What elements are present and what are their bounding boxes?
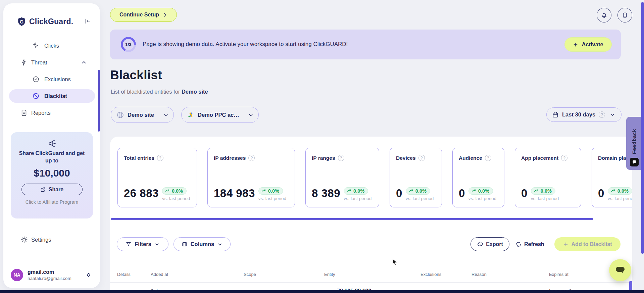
stat-label: App placement [521, 155, 558, 161]
plus-icon [573, 42, 578, 47]
ppc-account-selector[interactable]: Demo PPC ac… [181, 107, 259, 123]
stat-vs-label: vs. last period [344, 196, 371, 202]
column-header-reason[interactable]: Reason [472, 272, 487, 277]
promo-caption: Click to Affiliate Program [11, 199, 93, 205]
chevron-up-icon[interactable] [81, 59, 87, 65]
stat-card-devices: Devices? 0 0.0% vs. last period [390, 148, 442, 207]
affiliate-promo-card[interactable]: Share ClickGuard and get up to $10,000 S… [11, 132, 93, 218]
chat-launcher-button[interactable] [609, 259, 631, 281]
help-icon[interactable]: ? [599, 111, 605, 118]
continue-setup-button[interactable]: Continue Setup [110, 8, 177, 22]
chevron-down-icon [217, 242, 222, 247]
column-header-entity[interactable]: Entity [324, 272, 335, 277]
sidebar-item-clicks[interactable]: Clicks [3, 39, 94, 52]
stat-delta: 0.0% [541, 188, 552, 194]
external-link-icon [40, 187, 46, 192]
brand-name: ClickGuard. [29, 17, 73, 26]
add-to-blacklist-button[interactable]: Add to Blacklist [554, 237, 621, 251]
sidebar-item-threat[interactable]: Threat [3, 56, 94, 69]
globe-icon [116, 111, 124, 119]
stat-value: 0 [459, 187, 465, 200]
help-icon[interactable]: ? [418, 155, 425, 161]
sidebar-item-label: Blacklist [44, 93, 67, 99]
column-header-exclusions[interactable]: Exclusions [420, 272, 441, 277]
share-button-label: Share [49, 187, 63, 193]
feedback-label: Feedback [631, 129, 637, 154]
filters-label: Filters [135, 241, 151, 247]
sidebar-item-settings[interactable]: Settings [3, 233, 94, 246]
trend-up-icon [534, 188, 539, 193]
page-title: Blacklist [110, 68, 162, 82]
sidebar-item-reports[interactable]: Reports [3, 106, 94, 119]
notifications-button[interactable] [597, 8, 611, 22]
ppc-account-value: Demo PPC ac… [198, 112, 239, 118]
stat-vs-label: vs. last period [608, 196, 632, 202]
feedback-widget-icon [630, 158, 639, 166]
sidebar-divider [9, 257, 94, 257]
refresh-label: Refresh [524, 241, 544, 247]
calendar-icon [552, 111, 559, 118]
trend-up-icon [409, 188, 414, 193]
help-icon[interactable]: ? [561, 155, 567, 161]
stat-delta: 0.0% [415, 188, 427, 194]
site-selector-value: Demo site [128, 112, 154, 118]
columns-icon [182, 241, 188, 247]
column-header-expires-at[interactable]: Expires at [549, 272, 568, 277]
cards-horizontal-scrollbar[interactable] [111, 218, 593, 220]
column-header-added-at[interactable]: Added at [151, 272, 168, 277]
stat-vs-label: vs. last period [162, 196, 190, 202]
date-range-value: Last 30 days [562, 111, 595, 118]
filters-button[interactable]: Filters [117, 237, 168, 251]
export-button[interactable]: Export [470, 237, 509, 251]
chevron-up-down-icon [86, 272, 91, 278]
stat-value: 26 883 [124, 187, 159, 200]
sidebar: G ClickGuard. Clicks Threat [3, 3, 100, 288]
workspace-switcher[interactable]: NA gmail.com naatali.ro@gmail.com [11, 265, 93, 285]
table-header-divider [110, 282, 632, 283]
sidebar-item-label: Exclusions [44, 76, 71, 83]
trend-up-icon [472, 188, 477, 193]
sidebar-scrollbar[interactable] [98, 70, 100, 132]
page-vertical-scrollbar[interactable] [641, 2, 644, 254]
activate-button[interactable]: Activate [564, 37, 612, 52]
stat-label: Devices [396, 155, 416, 161]
stat-delta: 0.0% [172, 188, 183, 194]
avatar: NA [11, 269, 23, 281]
date-range-selector[interactable]: Last 30 days ? [546, 107, 622, 122]
sidebar-item-blacklist[interactable]: Blacklist [9, 89, 95, 103]
feedback-tab[interactable]: Feedback [626, 117, 642, 170]
help-icon[interactable]: ? [157, 155, 163, 161]
stat-value: 0 [598, 187, 604, 200]
document-icon [20, 109, 28, 116]
column-header-details[interactable]: Details [117, 272, 131, 277]
stat-card-ip-addresses: IP addresses? 184 983 0.0% vs. last peri… [207, 148, 295, 207]
refresh-button[interactable]: Refresh [515, 237, 544, 251]
stat-vs-label: vs. last period [406, 196, 434, 202]
stat-delta: 0.0% [617, 188, 629, 194]
sidebar-collapse-icon[interactable] [84, 17, 91, 25]
sidebar-item-label: Reports [31, 110, 51, 116]
share-button[interactable]: Share [21, 184, 83, 195]
sidebar-item-exclusions[interactable]: Exclusions [3, 72, 94, 86]
stat-vs-label: vs. last period [258, 196, 286, 202]
stat-label: Total entries [124, 155, 154, 161]
docs-button[interactable] [617, 8, 632, 22]
bell-icon [601, 12, 608, 19]
table-vertical-scrollbar[interactable] [629, 281, 632, 291]
shield-g-logo-icon: G [17, 17, 27, 27]
help-icon[interactable]: ? [338, 155, 344, 161]
setup-progress-step: 1/3 [123, 39, 134, 50]
help-icon[interactable]: ? [485, 155, 491, 161]
column-header-scope[interactable]: Scope [244, 272, 256, 277]
site-selector[interactable]: Demo site [111, 107, 174, 123]
chevron-down-icon [610, 112, 615, 117]
chevron-down-icon [163, 112, 169, 118]
chevron-down-icon [248, 112, 254, 118]
help-icon[interactable]: ? [248, 155, 255, 161]
stat-value: 0 [396, 187, 402, 200]
columns-button[interactable]: Columns [174, 237, 231, 251]
setup-progress-ring: 1/3 [121, 37, 136, 52]
plus-icon [563, 242, 568, 247]
stat-value: 184 983 [214, 187, 255, 200]
page-subtitle: List of blacklisted entities for Demo si… [111, 89, 208, 95]
